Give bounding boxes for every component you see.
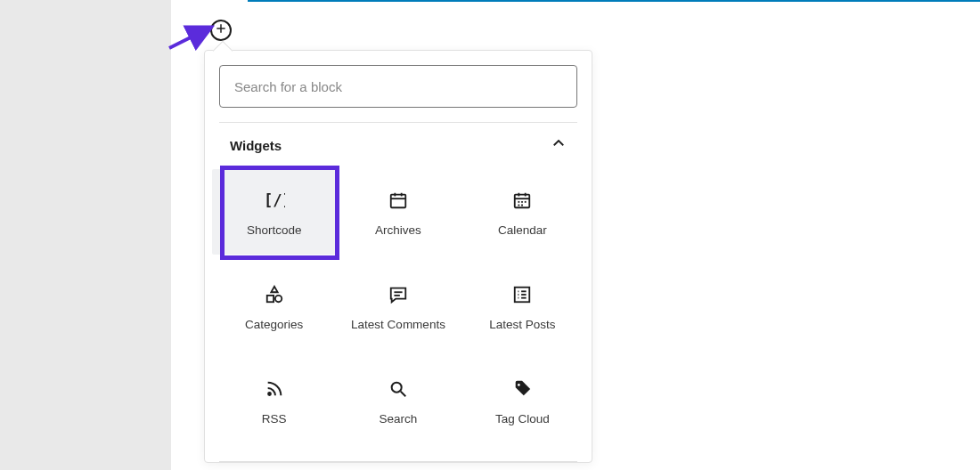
svg-marker-17 — [271, 286, 277, 291]
search-icon — [388, 378, 409, 400]
block-label: Latest Comments — [351, 318, 445, 331]
category-title: Widgets — [230, 138, 282, 153]
plus-icon — [215, 22, 227, 38]
block-shortcode[interactable]: [/] Shortcode — [212, 169, 336, 255]
block-label: Shortcode — [247, 223, 302, 237]
svg-line-31 — [401, 391, 406, 396]
block-label: RSS — [262, 412, 287, 425]
left-background-stripe — [0, 0, 171, 470]
svg-rect-18 — [266, 295, 273, 301]
block-tag-cloud[interactable]: Tag Cloud — [461, 358, 584, 443]
block-label: Tag Cloud — [495, 412, 550, 425]
svg-point-29 — [268, 393, 271, 395]
rss-icon — [264, 378, 285, 400]
divider — [219, 461, 577, 462]
shortcode-icon: [/] — [264, 190, 285, 211]
block-label: Latest Posts — [489, 318, 555, 331]
block-latest-posts[interactable]: Latest Posts — [461, 263, 584, 349]
search-wrap — [205, 51, 592, 122]
svg-point-19 — [275, 295, 282, 301]
block-search[interactable]: Search — [336, 358, 460, 443]
categories-icon — [264, 284, 285, 305]
block-categories[interactable]: Categories — [212, 263, 336, 349]
block-label: Calendar — [498, 223, 547, 237]
block-inserter-popover: Widgets [/] Shortcode — [204, 50, 592, 463]
svg-point-32 — [518, 384, 520, 386]
svg-line-0 — [169, 28, 208, 48]
svg-point-30 — [392, 382, 402, 392]
latest-posts-icon — [511, 284, 533, 305]
block-label: Search — [380, 412, 418, 425]
search-input[interactable] — [219, 65, 577, 108]
block-archives[interactable]: Archives — [336, 169, 460, 255]
block-grid: [/] Shortcode Archives — [205, 162, 592, 458]
svg-text:[/]: [/] — [264, 191, 285, 209]
block-label: Categories — [245, 318, 303, 331]
latest-comments-icon — [388, 284, 409, 305]
annotation-arrow — [167, 25, 216, 52]
chevron-up-icon — [551, 135, 567, 155]
svg-rect-4 — [391, 194, 406, 207]
archives-icon — [388, 190, 409, 211]
block-calendar[interactable]: Calendar — [461, 169, 584, 255]
block-latest-comments[interactable]: Latest Comments — [336, 263, 460, 349]
top-accent-bar — [248, 0, 980, 2]
block-label: Archives — [375, 223, 421, 237]
category-header-widgets[interactable]: Widgets — [205, 123, 592, 162]
block-rss[interactable]: RSS — [212, 358, 336, 443]
tag-cloud-icon — [511, 378, 533, 400]
calendar-icon — [511, 190, 533, 211]
